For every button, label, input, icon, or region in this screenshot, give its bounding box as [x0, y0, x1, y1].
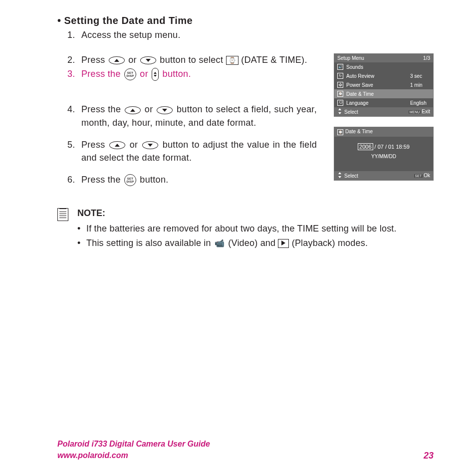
step-text-b: or [140, 69, 151, 79]
playback-mode-icon [278, 239, 289, 248]
step-number: 1. [67, 28, 75, 41]
row-value: English [410, 100, 430, 106]
select-hint: Select [337, 109, 358, 115]
lcd-title: ⌚Date & Time [337, 129, 373, 135]
step-1: 1. Access the setup menu. [67, 28, 317, 41]
step-text-b: or [128, 55, 139, 65]
lcd-footerbar: Select SETOk [334, 171, 433, 180]
step-number: 4. [67, 103, 75, 116]
step-text-c: button. [163, 69, 191, 79]
set-disp-button-icon: SET DISP [124, 68, 136, 80]
lcd-footerbar: Select MENUExit [334, 107, 433, 116]
step-text-b: or [130, 140, 141, 150]
ok-hint: SETOk [414, 173, 430, 179]
note-item-2: This setting is also available in 📹 (Vid… [77, 236, 434, 250]
date-time-lcd: ⌚Date & Time 2006 / 07 / 01 18:59 YY/MM/… [334, 127, 434, 181]
set-disp-button-icon: SET DISP [124, 174, 136, 186]
up-button-icon [125, 106, 141, 114]
up-button-icon [109, 141, 125, 149]
exit-hint: MENUExit [409, 109, 430, 115]
step-number: 2. [67, 53, 75, 66]
select-hint: Select [337, 173, 358, 179]
page-number: 23 [424, 451, 434, 461]
date-time-icon: ⌚ [337, 129, 343, 135]
power-save-icon: ⏻ [337, 82, 343, 88]
step-5: 5. Press or button to adjust the value i… [67, 138, 317, 164]
down-button-icon [140, 56, 156, 64]
lcd-page: 1/3 [423, 55, 430, 61]
row-label: Auto Review [346, 73, 407, 79]
select-label: Select [344, 109, 358, 115]
step-4: 4. Press the or button to select a field… [67, 103, 317, 129]
date-display: 2006 / 07 / 01 18:59 [334, 137, 433, 154]
footer-left: Polaroid i733 Digital Camera User Guide … [57, 439, 210, 461]
step-6: 6. Press the SET DISP button. [67, 173, 317, 186]
step-text-b: button. [140, 175, 168, 185]
updown-icon [337, 109, 342, 114]
note-title: NOTE: [77, 208, 434, 219]
title-text: Date & Time [345, 129, 373, 134]
ok-label: Ok [424, 173, 430, 178]
footer-url: www.polaroid.com [57, 450, 210, 461]
step-text-b: or [145, 104, 156, 114]
select-label: Select [344, 173, 358, 179]
auto-review-icon: ↻ [337, 73, 343, 79]
row-label: Sounds [346, 64, 407, 70]
note-text: If the batteries are removed for about t… [86, 224, 397, 234]
lcd-titlebar: Setup Menu 1/3 [334, 54, 433, 62]
note-list: If the batteries are removed for about t… [77, 222, 434, 250]
lcd-body: 🔊 Sounds ↻ Auto Review 3 sec ⏻ Power Sav… [334, 62, 433, 107]
step-text-a: Press [81, 55, 108, 65]
step-number: 6. [67, 173, 75, 186]
menu-row-power-save: ⏻ Power Save 1 min [334, 80, 433, 89]
year-field: 2006 [358, 143, 373, 150]
menu-row-language: 🗨 Language English [334, 98, 433, 107]
footer-title: Polaroid i733 Digital Camera User Guide [57, 439, 210, 450]
note-text-c: (Playback) modes. [292, 238, 368, 248]
note-text-a: This setting is also available in [86, 238, 214, 248]
row-value: 1 min [410, 82, 430, 88]
bullet-icon: • [57, 15, 61, 26]
right-button-icon [152, 68, 159, 81]
video-mode-icon: 📹 [215, 237, 225, 250]
updown-icon [337, 173, 342, 178]
step-text-a: Press [81, 140, 108, 150]
lcd-titlebar: ⌚Date & Time [334, 127, 433, 137]
row-label: Date & Time [346, 91, 407, 97]
setup-menu-lcd: Setup Menu 1/3 🔊 Sounds ↻ Auto Review 3 … [334, 53, 434, 117]
page-footer: Polaroid i733 Digital Camera User Guide … [57, 439, 434, 461]
step-3: 3. Press the SET DISP or button. [67, 67, 317, 81]
disp-label: DISP [126, 180, 134, 183]
row-label: Power Save [346, 82, 407, 88]
step-2: 2. Press or button to select ⌚ (DATE & T… [67, 53, 317, 66]
step-text-a: Press the [81, 69, 123, 79]
menu-badge: MENU [409, 110, 421, 114]
down-button-icon [142, 141, 158, 149]
lcd-title: Setup Menu [337, 55, 364, 61]
step-text-a: Press the [81, 104, 124, 114]
disp-label: DISP [126, 74, 134, 77]
set-badge: SET [414, 174, 423, 178]
note-icon [57, 208, 68, 221]
row-label: Language [346, 100, 407, 106]
section-heading: •Setting the Date and Time [57, 15, 434, 26]
exit-label: Exit [422, 109, 430, 114]
step-text-a: Press the [81, 175, 123, 185]
note-item-1: If the batteries are removed for about t… [77, 222, 434, 236]
note-text-b: (Video) and [228, 238, 278, 248]
language-icon: 🗨 [337, 100, 343, 106]
date-time-icon: ⌚ [337, 91, 343, 97]
menu-row-sounds: 🔊 Sounds [334, 62, 433, 71]
date-format: YY/MM/DD [334, 154, 433, 171]
step-text: Access the setup menu. [81, 30, 181, 40]
down-button-icon [157, 106, 173, 114]
date-rest: / 07 / 01 18:59 [373, 144, 410, 150]
step-text-d: (DATE & TIME). [241, 55, 307, 65]
step-number: 5. [67, 138, 75, 151]
sounds-icon: 🔊 [337, 64, 343, 70]
up-button-icon [109, 56, 125, 64]
lcd-screenshots: Setup Menu 1/3 🔊 Sounds ↻ Auto Review 3 … [334, 53, 434, 191]
note-section: NOTE: If the batteries are removed for a… [57, 208, 434, 250]
date-time-icon: ⌚ [226, 56, 238, 65]
step-number: 3. [67, 67, 75, 80]
